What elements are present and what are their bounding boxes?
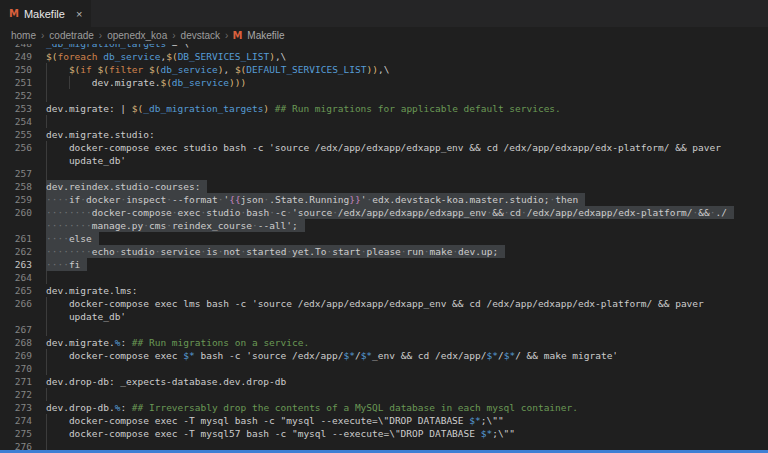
breadcrumb-file[interactable]: Makefile — [246, 30, 285, 41]
code-line[interactable]: 264 — [0, 271, 768, 284]
code-content[interactable]: docker-compose exec studio bash -c 'sour… — [46, 141, 768, 154]
line-number[interactable]: 266 — [0, 297, 46, 310]
code-content[interactable]: $(if $(filter $(db_service), $(DEFAULT_S… — [46, 63, 768, 76]
code-line[interactable]: update_db' — [0, 310, 768, 323]
code-line[interactable]: update_db' — [0, 154, 768, 167]
code-line[interactable]: 258dev.reindex.studio-courses: — [0, 180, 768, 193]
code-content[interactable]: update_db' — [46, 310, 768, 323]
code-line[interactable]: 254 — [0, 115, 768, 128]
code-content[interactable]: ····else — [46, 232, 768, 245]
line-number[interactable]: 275 — [0, 427, 46, 440]
line-number[interactable]: 274 — [0, 414, 46, 427]
code-line[interactable]: 253dev.migrate: | $(_db_migration_target… — [0, 102, 768, 115]
code-line[interactable]: 257 — [0, 167, 768, 180]
code-line[interactable]: 250 $(if $(filter $(db_service), $(DEFAU… — [0, 63, 768, 76]
line-number[interactable]: 249 — [0, 50, 46, 63]
code-content[interactable]: ········docker-compose·exec·studio·bash·… — [46, 206, 768, 219]
line-number[interactable]: 265 — [0, 284, 46, 297]
line-number[interactable]: 256 — [0, 141, 46, 154]
line-number[interactable]: 251 — [0, 76, 46, 89]
line-number[interactable]: 257 — [0, 167, 46, 180]
breadcrumb-item[interactable]: home — [10, 30, 37, 41]
code-line[interactable]: 255dev.migrate.studio: — [0, 128, 768, 141]
code-content[interactable]: docker-compose exec -T mysql bash -c "my… — [46, 414, 768, 427]
close-icon[interactable]: × — [76, 8, 82, 20]
code-content[interactable] — [46, 115, 768, 128]
code-content[interactable]: dev.migrate.%: ## Run migrations on a se… — [46, 336, 768, 349]
code-content[interactable]: dev.drop-db.%: ## Irreversably drop the … — [46, 401, 768, 414]
code-line[interactable]: 269 docker-compose exec $* bash -c 'sour… — [0, 349, 768, 362]
code-line[interactable]: 249$(foreach db_service,$(DB_SERVICES_LI… — [0, 50, 768, 63]
line-number[interactable] — [0, 219, 46, 232]
code-content[interactable]: update_db' — [46, 154, 768, 167]
code-content[interactable]: dev.migrate.$(db_service))) — [46, 76, 768, 89]
code-content[interactable] — [46, 167, 768, 180]
code-line[interactable]: 251 dev.migrate.$(db_service))) — [0, 76, 768, 89]
code-line[interactable]: 256 docker-compose exec studio bash -c '… — [0, 141, 768, 154]
code-line[interactable]: 275 docker-compose exec -T mysql57 bash … — [0, 427, 768, 440]
code-content[interactable] — [46, 323, 768, 336]
code-content[interactable]: dev.reindex.studio-courses: — [46, 180, 768, 193]
line-number[interactable] — [0, 310, 46, 323]
code-content[interactable] — [46, 440, 768, 450]
line-number[interactable]: 254 — [0, 115, 46, 128]
code-content[interactable]: docker-compose exec $* bash -c 'source /… — [46, 349, 768, 362]
line-number[interactable]: 276 — [0, 440, 46, 450]
tab-makefile[interactable]: M Makefile × — [0, 0, 91, 27]
line-number[interactable]: 268 — [0, 336, 46, 349]
line-number[interactable]: 252 — [0, 89, 46, 102]
line-number[interactable]: 273 — [0, 401, 46, 414]
code-content[interactable] — [46, 362, 768, 375]
code-content[interactable]: dev.migrate: | $(_db_migration_targets) … — [46, 102, 768, 115]
code-content[interactable] — [46, 271, 768, 284]
code-content[interactable]: dev.drop-db: _expects-database.dev.drop-… — [46, 375, 768, 388]
line-number[interactable] — [0, 154, 46, 167]
code-line[interactable]: 263····fi — [0, 258, 768, 271]
line-number[interactable]: 271 — [0, 375, 46, 388]
code-line[interactable]: 252 — [0, 89, 768, 102]
code-editor[interactable]: 248_db_migration_targets = \249$(foreach… — [0, 44, 768, 450]
code-line[interactable]: 276 — [0, 440, 768, 450]
code-content[interactable]: $(foreach db_service,$(DB_SERVICES_LIST)… — [46, 50, 768, 63]
code-content[interactable] — [46, 388, 768, 401]
code-line[interactable]: 274 docker-compose exec -T mysql bash -c… — [0, 414, 768, 427]
code-line[interactable]: 261····else — [0, 232, 768, 245]
line-number[interactable]: 262 — [0, 245, 46, 258]
code-content[interactable]: ········manage.py·cms·reindex_course·--a… — [46, 219, 768, 232]
code-content[interactable]: ········echo·studio·service·is·not·start… — [46, 245, 768, 258]
code-line[interactable]: 260········docker-compose·exec·studio·ba… — [0, 206, 768, 219]
code-line[interactable]: 265dev.migrate.lms: — [0, 284, 768, 297]
line-number[interactable]: 272 — [0, 388, 46, 401]
line-number[interactable]: 259 — [0, 193, 46, 206]
breadcrumb-item[interactable]: openedx_koa — [106, 30, 168, 41]
line-number[interactable]: 269 — [0, 349, 46, 362]
code-line[interactable]: 266 docker-compose exec lms bash -c 'sou… — [0, 297, 768, 310]
code-line[interactable]: ········manage.py·cms·reindex_course·--a… — [0, 219, 768, 232]
line-number[interactable]: 255 — [0, 128, 46, 141]
code-line[interactable]: 271dev.drop-db: _expects-database.dev.dr… — [0, 375, 768, 388]
code-content[interactable]: docker-compose exec lms bash -c 'source … — [46, 297, 768, 310]
code-content[interactable]: dev.migrate.studio: — [46, 128, 768, 141]
line-number[interactable]: 270 — [0, 362, 46, 375]
line-number[interactable]: 258 — [0, 180, 46, 193]
code-line[interactable]: 268dev.migrate.%: ## Run migrations on a… — [0, 336, 768, 349]
code-line[interactable]: 270 — [0, 362, 768, 375]
line-number[interactable]: 263 — [0, 258, 46, 271]
code-line[interactable]: 272 — [0, 388, 768, 401]
code-content[interactable]: dev.migrate.lms: — [46, 284, 768, 297]
line-number[interactable]: 260 — [0, 206, 46, 219]
code-line[interactable]: 262········echo·studio·service·is·not·st… — [0, 245, 768, 258]
code-content[interactable] — [46, 89, 768, 102]
code-line[interactable]: 273dev.drop-db.%: ## Irreversably drop t… — [0, 401, 768, 414]
code-line[interactable]: 259····if·docker·inspect·--format·'{{jso… — [0, 193, 768, 206]
code-content[interactable]: docker-compose exec -T mysql57 bash -c "… — [46, 427, 768, 440]
code-line[interactable]: 267 — [0, 323, 768, 336]
breadcrumb-item[interactable]: codetrade — [48, 30, 94, 41]
line-number[interactable]: 267 — [0, 323, 46, 336]
code-content[interactable]: ····if·docker·inspect·--format·'{{json·.… — [46, 193, 768, 206]
line-number[interactable]: 261 — [0, 232, 46, 245]
line-number[interactable]: 264 — [0, 271, 46, 284]
line-number[interactable]: 250 — [0, 63, 46, 76]
breadcrumb-item[interactable]: devstack — [180, 30, 221, 41]
code-content[interactable]: ····fi — [46, 258, 768, 271]
